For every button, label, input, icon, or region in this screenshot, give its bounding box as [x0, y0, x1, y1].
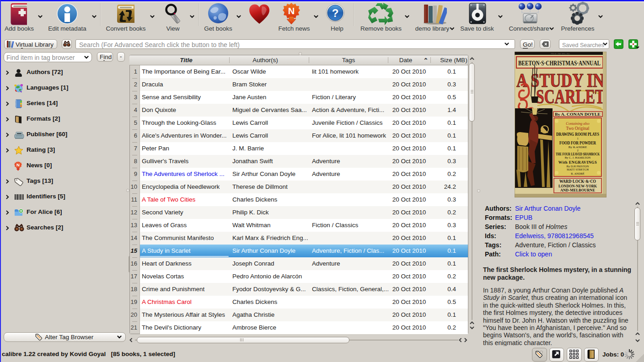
- svg-text:Two Original: Two Original: [566, 126, 590, 131]
- svg-text:By C. J. HAMILTON: By C. J. HAMILTON: [565, 156, 591, 159]
- svg-text:By A. CONAN DOYLE: By A. CONAN DOYLE: [555, 112, 601, 117]
- svg-text:With ENGRAVINGS: With ENGRAVINGS: [558, 160, 597, 165]
- svg-text:N: N: [16, 162, 20, 167]
- svg-text:2: 2: [577, 149, 578, 152]
- svg-text:AND·MELBOURNE: AND·MELBOURNE: [560, 188, 595, 192]
- svg-text:Containing also: Containing also: [566, 122, 589, 126]
- svg-text:DRAWING ROOM PLAYS: DRAWING ROOM PLAYS: [556, 132, 599, 137]
- svg-text:PRICE ONE SHILLING: PRICE ONE SHILLING: [551, 53, 569, 55]
- svg-text:FOOD FOR POWDER: FOOD FOR POWDER: [559, 140, 596, 145]
- svg-text:N: N: [288, 6, 295, 16]
- svg-text:MATT STRETCH: MATT STRETCH: [567, 168, 589, 171]
- svg-text:R. ANDRÉ: R. ANDRÉ: [571, 172, 585, 175]
- svg-text:By D.H FRISTON: By D.H FRISTON: [567, 165, 589, 168]
- svg-text:BEETON·S·CHRISTMAS·ANNUAL: BEETON·S·CHRISTMAS·ANNUAL: [518, 59, 601, 67]
- svg-text:SCARLET: SCARLET: [536, 85, 605, 108]
- svg-text:WARD·LOCK·&·CO: WARD·LOCK·&·CO: [559, 179, 596, 184]
- svg-text:1: 1: [577, 137, 578, 140]
- svg-text:?: ?: [332, 7, 339, 19]
